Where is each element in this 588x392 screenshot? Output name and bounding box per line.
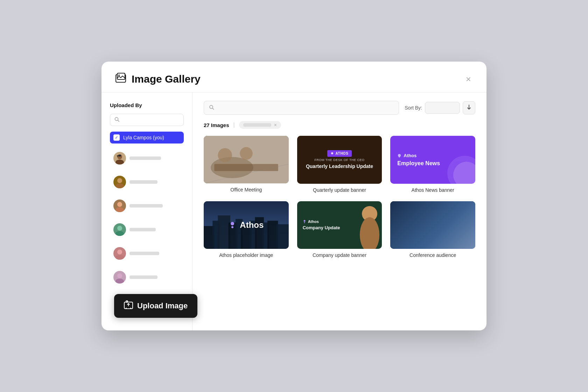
svg-rect-64 — [426, 233, 433, 244]
svg-rect-26 — [211, 164, 281, 169]
svg-rect-70 — [390, 201, 475, 215]
user-item-3[interactable] — [110, 197, 184, 215]
image-card-5[interactable]: Athos Company Update Company update bann… — [297, 201, 382, 258]
svg-rect-68 — [440, 232, 447, 243]
modal-title: Image Gallery — [132, 73, 201, 85]
avatar-6 — [113, 271, 126, 284]
sort-group: Sort By: Name Date Size — [405, 101, 475, 114]
close-button[interactable]: × — [464, 73, 472, 85]
main-search-icon — [209, 105, 214, 111]
upload-image-label: Upload Image — [137, 301, 188, 310]
user-checkbox: ✓ — [113, 134, 120, 141]
svg-point-67 — [439, 241, 448, 246]
svg-point-27 — [219, 154, 237, 168]
quarterly-sub: From the desk of the CEO — [314, 158, 364, 162]
svg-point-60 — [410, 240, 420, 246]
avatar-3 — [113, 200, 126, 212]
athos-big-logo: Athos — [204, 201, 289, 249]
selected-user-name: Lyla Campos (you) — [123, 135, 164, 140]
svg-point-49 — [231, 222, 234, 225]
filter-chip-close-button[interactable]: × — [273, 122, 278, 127]
svg-point-35 — [399, 156, 400, 158]
user-name-placeholder-6 — [130, 275, 158, 279]
image-card-3[interactable]: Athos Employee News Athos News banner — [390, 136, 475, 193]
image-label-4: Athos placeholder image — [204, 252, 289, 258]
image-card-2[interactable]: Athos From the desk of the CEO Quarterly… — [297, 136, 382, 193]
svg-point-65 — [426, 227, 433, 234]
image-label-6: Conference audience — [390, 252, 475, 258]
sidebar-search-icon — [114, 117, 119, 123]
user-name-placeholder-2 — [130, 180, 158, 184]
svg-point-16 — [118, 226, 122, 230]
main-search-container[interactable] — [204, 101, 399, 115]
image-thumb-1 — [204, 136, 289, 183]
main-search-input[interactable] — [217, 105, 394, 111]
user-name-placeholder-1 — [130, 156, 161, 160]
quarterly-badge: Athos — [327, 150, 352, 157]
svg-point-28 — [242, 154, 257, 166]
svg-point-63 — [424, 241, 434, 247]
svg-point-31 — [246, 148, 253, 156]
avatar-4 — [113, 223, 126, 236]
svg-line-66 — [429, 224, 435, 231]
svg-rect-25 — [204, 136, 289, 164]
svg-point-3 — [115, 118, 118, 121]
image-count: 27 Images — [204, 122, 229, 128]
svg-rect-7 — [117, 155, 118, 156]
search-sort-row: Sort By: Name Date Size — [204, 101, 475, 115]
svg-rect-24 — [204, 136, 289, 183]
user-item-selected[interactable]: ✓ Lyla Campos (you) — [110, 132, 184, 144]
image-card-1[interactable]: Office Meeting — [204, 136, 289, 193]
image-label-5: Company update banner — [297, 252, 382, 258]
svg-rect-6 — [118, 155, 121, 156]
image-thumb-4: Athos — [204, 201, 289, 249]
image-thumb-2: Athos From the desk of the CEO Quarterly… — [297, 136, 382, 184]
svg-point-57 — [396, 241, 406, 246]
svg-point-18 — [115, 255, 124, 260]
image-thumb-6 — [390, 201, 475, 249]
svg-point-29 — [260, 154, 274, 167]
sort-direction-button[interactable] — [463, 101, 475, 114]
upload-icon — [124, 300, 133, 312]
svg-point-9 — [115, 183, 124, 188]
user-item-5[interactable] — [110, 244, 184, 262]
upload-image-button[interactable]: Upload Image — [114, 294, 197, 318]
svg-point-10 — [118, 178, 122, 183]
svg-point-5 — [115, 160, 124, 164]
svg-point-59 — [398, 226, 405, 233]
quarterly-inner: Athos From the desk of the CEO Quarterly… — [297, 136, 382, 184]
filter-chip-label — [243, 123, 271, 127]
avatar-5 — [113, 247, 126, 260]
sort-select[interactable]: Name Date Size — [425, 102, 460, 114]
svg-point-2 — [118, 75, 120, 76]
user-item-1[interactable] — [110, 149, 184, 167]
modal-title-group: Image Gallery — [115, 73, 201, 85]
svg-rect-61 — [412, 231, 419, 243]
user-item-6[interactable] — [110, 268, 184, 286]
svg-point-51 — [303, 220, 305, 222]
filter-row: 27 Images | × — [204, 121, 475, 129]
svg-point-22 — [118, 274, 122, 278]
svg-point-21 — [115, 279, 124, 284]
svg-point-62 — [412, 226, 419, 233]
svg-point-23 — [210, 105, 213, 108]
image-card-4[interactable]: Athos Athos placeholder image — [204, 201, 289, 258]
user-item-2[interactable] — [110, 173, 184, 191]
image-label-3: Athos News banner — [390, 187, 475, 193]
sidebar-search-input[interactable] — [122, 117, 179, 123]
main-content: Sort By: Name Date Size 27 Images | — [192, 92, 486, 330]
user-name-placeholder-5 — [130, 252, 159, 255]
sidebar-search-container[interactable] — [110, 114, 184, 126]
images-grid: Office Meeting Athos From the desk of th… — [204, 136, 475, 258]
image-card-6[interactable]: Conference audience — [390, 201, 475, 258]
svg-point-30 — [224, 149, 233, 158]
svg-point-52 — [304, 222, 305, 223]
image-gallery-modal: Image Gallery × Uploaded By ✓ Lyla Campo… — [102, 62, 486, 330]
svg-point-12 — [115, 207, 124, 212]
svg-point-32 — [264, 149, 271, 156]
sort-label: Sort By: — [405, 105, 422, 111]
user-item-4[interactable] — [110, 220, 184, 239]
modal-header: Image Gallery × — [102, 62, 486, 92]
svg-rect-1 — [117, 73, 125, 79]
filter-chip[interactable]: × — [239, 121, 281, 129]
